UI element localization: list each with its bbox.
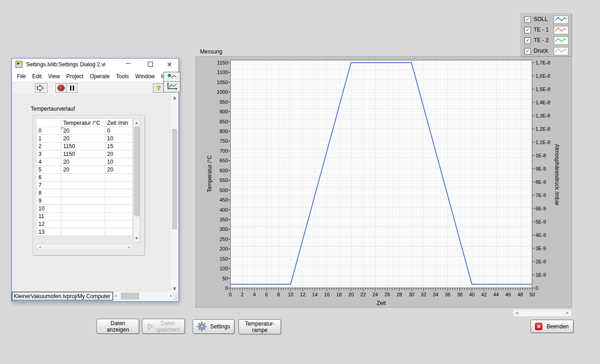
table-cell[interactable]: 10 [105,158,133,166]
button-label-line1: Daten [156,320,180,327]
scroll-left-icon[interactable]: ◄ [37,244,43,250]
daten-speichern-button[interactable]: Daten speichern [142,319,185,334]
table-cell[interactable]: 20 [61,135,105,143]
cursor-tool-icon[interactable] [164,72,180,82]
legend-checkbox[interactable]: ✓ [524,27,531,33]
close-button[interactable]: ✕ [165,60,174,69]
dialog-titlebar[interactable]: Settings.lvlib:Settings Dialog 2.vi ✕ [12,59,178,70]
table-cell[interactable]: 1150 [61,143,105,150]
dialog-scroll-thumb[interactable] [172,129,177,230]
pause-button[interactable] [66,84,77,92]
help-button[interactable]: ? [153,83,164,93]
x-tick-label: 40 [469,292,475,297]
table-cell[interactable]: 20 [61,127,105,135]
table-cell[interactable]: 20 [61,158,105,166]
maximize-button[interactable] [146,60,155,69]
legend-line-sample[interactable] [554,26,568,34]
table-cell[interactable] [61,205,105,213]
menu-item-project[interactable]: Project [63,72,86,81]
y-right-tick-label: 4E-9 [535,232,546,238]
play-icon [147,323,153,330]
menu-item-tools[interactable]: Tools [113,72,132,81]
table-cell[interactable]: 20 [105,166,133,174]
status-bar: KleinerVakuumofen.lvproj/My Computer ‹ › [12,292,178,301]
scroll-right-icon[interactable]: › [170,293,172,298]
table-cell[interactable]: 1150 [61,150,105,158]
table-cell[interactable] [61,174,105,182]
table-cell[interactable] [105,205,133,213]
table-cell[interactable] [105,182,133,189]
run-button[interactable] [35,83,48,93]
scroll-down-icon[interactable]: ∨ [171,285,178,291]
x-tick-label: 20 [348,292,354,297]
table-cell[interactable] [61,213,105,220]
table-cell[interactable] [61,220,105,228]
y-right-tick-label: 9E-9 [535,166,546,171]
scroll-up-icon[interactable]: ▲ [134,119,140,126]
resize-grip[interactable] [173,296,178,300]
graph-tool-icon[interactable] [164,82,180,91]
table-cell[interactable]: 20 [105,150,133,158]
table-cell[interactable] [105,197,133,205]
beenden-button[interactable]: ✕ Beenden [530,320,573,333]
legend-checkbox[interactable]: ✓ [524,16,531,23]
scroll-up-icon[interactable]: ∧ [171,95,178,101]
table-cell[interactable]: 10 [105,135,133,143]
minimize-button[interactable] [124,60,133,69]
menu-item-edit[interactable]: Edit [29,72,45,81]
x-tick-label: 38 [457,292,462,297]
table-cell[interactable] [105,174,133,182]
scroll-right-icon[interactable]: ► [564,310,571,316]
menu-item-window[interactable]: Window [132,72,158,81]
y-left-tick-label: 50 [208,276,228,281]
button-label-line2: rampe [252,327,267,333]
table-scrollbar-vertical[interactable]: ▲ ▼ [133,118,140,242]
plot-area[interactable] [230,60,532,288]
stop-button[interactable] [56,84,66,92]
chart-panel: 1150110010501000950900850800750700650600… [196,57,572,307]
legend-label: TE - 1 [534,27,549,33]
table-cell[interactable] [105,220,133,228]
table-cell[interactable] [61,189,105,197]
table-cell[interactable]: 15 [105,143,133,150]
menu-item-operate[interactable]: Operate [86,72,113,81]
dialog-scrollbar-vertical[interactable]: ∧ ∨ [171,94,178,292]
legend-line-sample[interactable] [554,16,568,24]
table-scroll-thumb[interactable] [134,126,140,216]
table-cell[interactable] [61,182,105,189]
table-cell[interactable] [105,213,133,220]
status-scroll-thumb[interactable] [121,293,139,300]
legend-checkbox[interactable]: ✓ [524,37,531,44]
y-left-tick-label: 0 [208,285,228,291]
table-cell[interactable] [105,189,133,197]
x-tick-label: 12 [300,292,305,297]
x-tick-label: 50 [530,292,535,297]
scroll-right-icon[interactable]: ► [126,244,133,250]
table-cell[interactable] [61,228,105,236]
status-scrollbar-horizontal[interactable]: ‹ › [114,292,173,300]
chart-scrollbar-horizontal[interactable]: ◄ ► [513,309,572,317]
table-cell[interactable] [61,197,105,205]
y-left-tick-label: 100 [208,266,228,271]
scroll-left-icon[interactable]: ‹ [115,293,117,298]
scroll-left-icon[interactable]: ◄ [513,310,520,316]
menu-item-view[interactable]: View [45,72,63,81]
legend-checkbox[interactable]: ✓ [524,48,531,54]
table-cell[interactable]: 0 [105,127,133,135]
table-cell[interactable]: 20 [61,166,105,174]
temperature-table[interactable]: Temperatur /°CZeit /min02001201021150153… [36,118,133,236]
settings-label: Settings [210,323,230,330]
table-cell[interactable] [105,228,133,236]
scroll-down-icon[interactable]: ▼ [134,235,140,241]
legend-label: SOLL [534,16,548,22]
temperatur-rampe-button[interactable]: Temperatur- rampe [238,319,281,334]
table-scrollbar-horizontal[interactable]: ◄ ► [36,244,133,250]
y-left-tick-label: 1150 [208,60,228,65]
project-path[interactable]: KleinerVakuumofen.lvproj/My Computer [12,292,113,300]
menu-item-file[interactable]: File [14,72,29,81]
row-index-cell: 3 [37,150,61,158]
legend-line-sample[interactable] [554,37,568,45]
daten-anzeigen-button[interactable]: Daten anzeigen [97,319,139,334]
settings-button[interactable]: Settings [193,319,234,334]
legend-line-sample[interactable] [554,47,568,55]
